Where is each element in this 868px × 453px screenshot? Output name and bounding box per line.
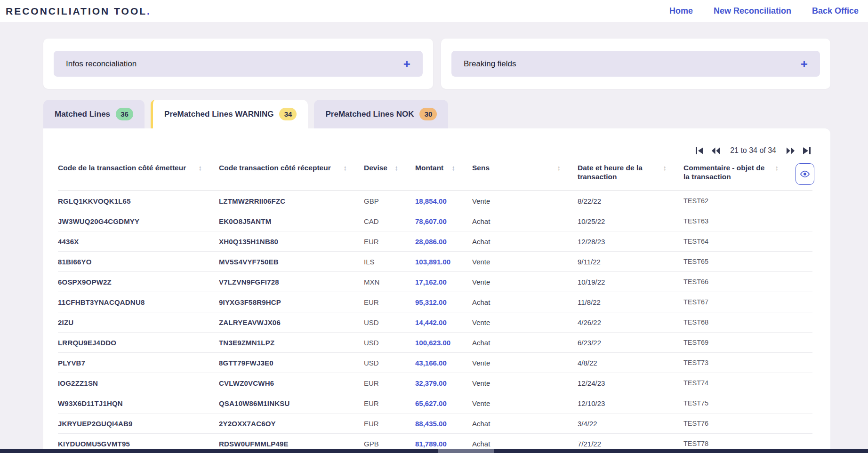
cell-devise: EUR <box>364 298 415 306</box>
cell-code-emetteur: JKRYUEP2GUQI4AB9 <box>58 420 219 428</box>
sort-icon[interactable]: ↕ <box>199 163 202 173</box>
tab-prematched-lines-nok[interactable]: PreMatched Lines NOK 30 <box>314 100 448 128</box>
column-visibility-button[interactable] <box>796 163 814 185</box>
cell-devise: EUR <box>364 399 415 407</box>
cell-code-emetteur: KIYDUOMU5GVMT95 <box>58 440 219 448</box>
cell-sens: Achat <box>472 298 578 306</box>
breaking-fields-title: Breaking fields <box>464 59 516 69</box>
pagination-next-button[interactable] <box>786 147 795 155</box>
cell-date: 7/21/22 <box>578 440 683 448</box>
column-header[interactable]: Montant↕ <box>415 163 472 173</box>
cell-commentaire: TEST69 <box>683 339 796 346</box>
sort-icon[interactable]: ↕ <box>775 163 779 173</box>
cell-code-emetteur: IOG2ZZ1SN <box>58 379 219 387</box>
expand-plus-icon[interactable]: + <box>801 58 808 70</box>
cell-date: 12/28/23 <box>578 238 683 246</box>
expand-plus-icon[interactable]: + <box>403 58 410 70</box>
table-header-row: Code de la transaction côté émetteur↕Cod… <box>58 157 812 191</box>
nav-link-new-reconciliation[interactable]: New Reconciliation <box>714 6 791 16</box>
cell-sens: Achat <box>472 339 578 347</box>
prematched-warning-count-badge: 34 <box>279 108 297 120</box>
tab-prematched-lines-warning[interactable]: PreMatched Lines WARNING 34 <box>151 100 308 128</box>
cell-sens: Vente <box>472 399 578 407</box>
cell-montant-link[interactable]: 78,607.00 <box>415 217 472 225</box>
cell-sens: Vente <box>472 318 578 326</box>
cell-devise: GPB <box>364 440 415 448</box>
cell-sens: Achat <box>472 420 578 428</box>
cell-code-emetteur: 81BI66YO <box>58 258 219 266</box>
cell-commentaire: TEST63 <box>683 217 796 225</box>
infos-reconciliation-title: Infos reconcialiation <box>66 59 137 69</box>
cell-montant-link[interactable]: 32,379.00 <box>415 379 472 387</box>
column-header[interactable]: Devise↕ <box>364 163 415 173</box>
cell-montant-link[interactable]: 28,086.00 <box>415 238 472 246</box>
horizontal-scrollbar-thumb[interactable] <box>438 449 494 453</box>
table-row: JW3WUQ20G4CGDMYY EK0O8J5ANTM CAD 78,607.… <box>58 211 812 231</box>
cell-montant-link[interactable]: 100,623.00 <box>415 339 472 347</box>
cell-code-emetteur: LRRQU9EJ4DDO <box>58 339 219 347</box>
pagination-previous-button[interactable] <box>711 147 720 155</box>
cell-montant-link[interactable]: 18,854.00 <box>415 197 472 205</box>
cell-code-recepteur: ZALRYEAVWJX06 <box>219 318 364 326</box>
cell-montant-link[interactable]: 65,627.00 <box>415 399 472 407</box>
cell-montant-link[interactable]: 95,312.00 <box>415 298 472 306</box>
column-header-label: Sens <box>472 163 490 172</box>
column-header-label: Commentaire - objet de la transaction <box>683 163 772 182</box>
sort-icon[interactable]: ↕ <box>395 163 399 173</box>
cell-date: 10/19/22 <box>578 278 683 286</box>
cell-devise: USD <box>364 318 415 326</box>
sort-icon[interactable]: ↕ <box>452 163 456 173</box>
pagination-first-button[interactable] <box>695 147 704 155</box>
sort-icon[interactable]: ↕ <box>557 163 561 173</box>
cell-commentaire: TEST65 <box>683 258 796 265</box>
nav-link-home[interactable]: Home <box>669 6 693 16</box>
tab-matched-lines[interactable]: Matched Lines 36 <box>43 100 145 128</box>
table-row: RGLQ1KKVOQK1L65 LZTMW2RRII06FZC GBP 18,8… <box>58 191 812 211</box>
cell-code-recepteur: 2Y2OXX7AC6OY <box>219 420 364 428</box>
cell-date: 3/4/22 <box>578 420 683 428</box>
table-row: 2IZU ZALRYEAVWJX06 USD 14,442.00 Vente 4… <box>58 312 812 333</box>
app-logo[interactable]: RECONCILIATION TOOL. <box>6 6 151 17</box>
column-header[interactable]: Code de la transaction côté émetteur↕ <box>58 163 219 173</box>
nav-link-back-office[interactable]: Back Office <box>812 6 859 16</box>
cell-sens: Vente <box>472 379 578 387</box>
cell-code-recepteur: EK0O8J5ANTM <box>219 217 364 225</box>
sort-icon[interactable]: ↕ <box>663 163 667 173</box>
cell-sens: Achat <box>472 217 578 225</box>
column-header[interactable]: Commentaire - objet de la transaction↕ <box>683 163 796 182</box>
top-navigation-bar: RECONCILIATION TOOL. Home New Reconcilia… <box>0 0 868 22</box>
cell-date: 10/25/22 <box>578 217 683 225</box>
column-header-label: Date et heure de la transaction <box>578 163 659 182</box>
cell-code-emetteur: W93X6D11TJ1HQN <box>58 399 219 407</box>
cell-devise: EUR <box>364 238 415 246</box>
cell-date: 6/23/22 <box>578 339 683 347</box>
horizontal-scrollbar[interactable] <box>0 449 868 453</box>
table-row: 4436X XH0Q135H1NB80 EUR 28,086.00 Achat … <box>58 231 812 252</box>
column-header[interactable]: Date et heure de la transaction↕ <box>578 163 683 182</box>
cell-date: 12/24/23 <box>578 379 683 387</box>
eye-icon <box>800 170 810 178</box>
column-header-label: Code de la transaction côté émetteur <box>58 163 186 172</box>
cell-montant-link[interactable]: 81,789.00 <box>415 440 472 448</box>
tab-matched-lines-label: Matched Lines <box>55 110 110 119</box>
cell-devise: ILS <box>364 258 415 266</box>
cell-date: 12/10/23 <box>578 399 683 407</box>
column-header[interactable]: Sens↕ <box>472 163 578 173</box>
cell-montant-link[interactable]: 17,162.00 <box>415 278 472 286</box>
pagination-last-button[interactable] <box>802 147 811 155</box>
infos-reconciliation-header[interactable]: Infos reconcialiation + <box>54 51 423 77</box>
cell-montant-link[interactable]: 88,435.00 <box>415 420 472 428</box>
cell-montant-link[interactable]: 14,442.00 <box>415 318 472 326</box>
breaking-fields-header[interactable]: Breaking fields + <box>451 51 820 77</box>
cell-montant-link[interactable]: 103,891.00 <box>415 258 472 266</box>
sort-icon[interactable]: ↕ <box>344 163 347 173</box>
cell-code-recepteur: CVLWZ0VCWH6 <box>219 379 364 387</box>
column-header[interactable]: Code transaction côté récepteur↕ <box>219 163 364 173</box>
cell-code-emetteur: JW3WUQ20G4CGDMYY <box>58 217 219 225</box>
cell-devise: EUR <box>364 379 415 387</box>
cell-code-emetteur: 11CFHBT3YNACQADNU8 <box>58 298 219 306</box>
cell-montant-link[interactable]: 43,166.00 <box>415 359 472 367</box>
column-header-label: Montant <box>415 163 443 172</box>
cell-commentaire: TEST62 <box>683 197 796 205</box>
table-row: JKRYUEP2GUQI4AB9 2Y2OXX7AC6OY EUR 88,435… <box>58 413 812 434</box>
